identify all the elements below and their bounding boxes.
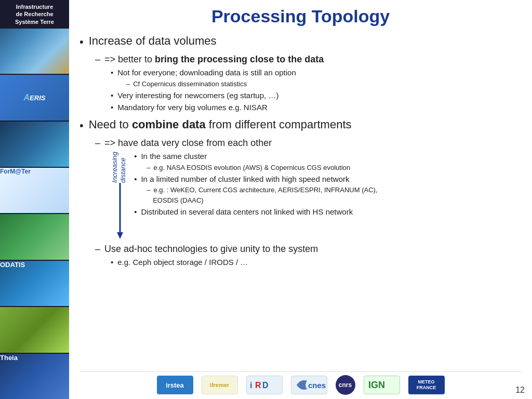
bullet-1: • Increase of data volumes <box>79 33 522 50</box>
aeris-label: AERIS <box>24 93 46 102</box>
logo-meteo: METEOFRANCE <box>408 376 445 394</box>
cluster-2-sub1: – e.g. : WeKEO, Current CGS architecture… <box>147 185 522 195</box>
sidebar-image-formar: ForM@Ter <box>0 168 69 213</box>
svg-text:i: i <box>250 381 252 390</box>
sidebar: Infrastructure de Recherche Système Terr… <box>0 0 69 399</box>
bullet-1-1: – => better to bring the processing clos… <box>95 52 522 66</box>
bullet-1-1-text: => better to bring the processing close … <box>104 52 324 66</box>
sidebar-title: Infrastructure de Recherche Système Terr… <box>3 3 66 25</box>
cluster-1-sub: – e.g. NASA EOSDIS evolution (AWS) & Cop… <box>147 163 522 173</box>
arrow-label: Increasing distance <box>111 152 127 183</box>
sidebar-image-theia: Theia <box>0 354 69 399</box>
cluster-2-sub2: EOSDIS (DAAC) <box>147 196 522 206</box>
page-number: 12 <box>515 385 525 395</box>
logo-irstea: irstea <box>157 376 193 394</box>
arrow-container: Increasing distance <box>111 152 129 240</box>
arrow-section: Increasing distance • In the same cluste… <box>111 151 522 240</box>
cluster-3: • Distributed in several data centers no… <box>134 206 522 218</box>
sidebar-image-radar <box>0 122 69 167</box>
increasing-distance-arrow <box>115 183 125 240</box>
sidebar-image-aeris: AERIS <box>0 75 69 120</box>
main-content: Processing Topology • Increase of data v… <box>69 0 532 399</box>
sidebar-images: AERIS ForM@Ter ODATIS Theia <box>0 29 69 399</box>
bullet-2-dot: • <box>79 117 84 134</box>
svg-text:cnes: cnes <box>308 381 326 390</box>
theia-label: Theia <box>0 354 69 362</box>
sidebar-image-green <box>0 214 69 259</box>
sidebar-image-odatis: ODATIS <box>0 261 69 306</box>
logo-cnes: cnes <box>291 376 327 394</box>
formar-label: ForM@Ter <box>0 168 69 175</box>
svg-marker-1 <box>117 232 123 239</box>
cluster-1: • In the same cluster <box>134 151 522 162</box>
cluster-2: • In a limited number of cluster linked … <box>134 174 522 185</box>
bullet-2-1: – => have data very close from each othe… <box>95 136 522 150</box>
odatis-label: ODATIS <box>0 261 69 269</box>
svg-text:R: R <box>255 381 261 390</box>
bullet-1-text: Increase of data volumes <box>89 33 217 49</box>
sidebar-image-satellite <box>0 29 69 74</box>
logo-cnrs: cnrs <box>336 375 355 395</box>
bullet-1-1-2: • Very interesting for newcomers (eg sta… <box>111 90 522 101</box>
slide-title: Processing Topology <box>79 6 522 26</box>
bullet-2-text: Need to combine data from different comp… <box>89 116 352 133</box>
sidebar-image-fields <box>0 307 69 352</box>
bullet-1-dot: • <box>79 34 84 50</box>
bullet-1-1-3: • Mandatory for very big volumes e.g. NI… <box>111 102 522 113</box>
bullet-1-1-1-sub: – Cf Copernicus dissemination statistics <box>126 79 522 89</box>
logo-ifremer: ifremer <box>202 376 238 394</box>
bullet-1-1-dash: – <box>95 52 100 66</box>
logo-ird: i R D <box>246 376 283 394</box>
svg-text:IGN: IGN <box>368 380 385 390</box>
svg-text:D: D <box>262 381 269 390</box>
bullet-2-2: – Use ad-hoc technologies to give unity … <box>95 242 522 256</box>
footer-logos: irstea ifremer i R D cnes cnrs IGN METEO… <box>79 371 522 395</box>
bullet-1-1-1: • Not for everyone; downloading data is … <box>111 67 522 78</box>
bullet-2-2-1: • e.g. Ceph object storage / IRODS / … <box>111 257 522 268</box>
slide-content: • Increase of data volumes – => better t… <box>79 33 522 369</box>
logo-ign: IGN <box>364 376 400 394</box>
bullet-2: • Need to combine data from different co… <box>79 116 522 134</box>
sidebar-header: Infrastructure de Recherche Système Terr… <box>0 0 69 29</box>
cluster-items: • In the same cluster – e.g. NASA EOSDIS… <box>134 151 522 219</box>
